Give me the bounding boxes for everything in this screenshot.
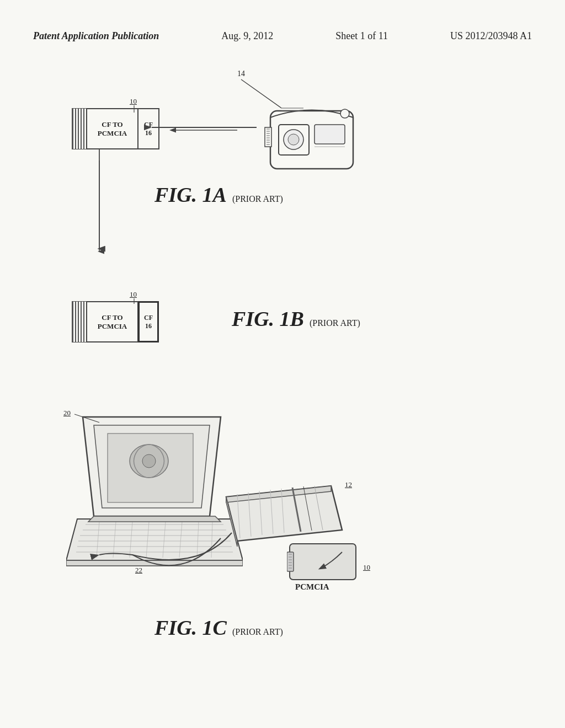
pcmcia-adapter-1b: CF TO PCMCIA CF 16 — [72, 301, 159, 342]
cf-slot-1b: CF 16 — [138, 301, 159, 342]
svg-rect-8 — [315, 125, 345, 144]
ref-10-1a: 10 — [130, 97, 137, 106]
arrow-reader-card-1c — [287, 541, 342, 574]
fig1a-section: 14 — [44, 64, 532, 274]
fig1b-label-group: FIG. 1B (PRIOR ART) — [232, 307, 360, 331]
arrow-cable-1c — [88, 500, 281, 599]
ref-22-1c: 22 — [135, 566, 142, 575]
svg-point-27 — [142, 454, 156, 468]
fig1a-label-group: FIG. 1A (PRIOR ART) — [154, 183, 283, 207]
publication-date: Aug. 9, 2012 — [221, 30, 273, 42]
adapter-text2-1b: PCMCIA — [98, 322, 127, 331]
fig1c-tag: (PRIOR ART) — [232, 627, 283, 637]
fig1c-label-group: FIG. 1C (PRIOR ART) — [154, 615, 283, 640]
camera-1a — [259, 92, 370, 174]
ref-12-1c: 12 — [345, 480, 352, 489]
arrow-cf-1a — [146, 119, 262, 136]
adapter-text1-1a: CF TO — [102, 120, 122, 129]
fig1c-section: 20 — [44, 400, 532, 654]
adapter-body-1a: CF TO PCMCIA — [86, 108, 138, 149]
fig1b-section: CF TO PCMCIA CF 16 10 FIG. 1B (PRIOR ART… — [44, 290, 532, 378]
page-header: Patent Application Publication Aug. 9, 2… — [0, 0, 565, 53]
publication-title: Patent Application Publication — [33, 30, 159, 42]
sheet-info: Sheet 1 of 11 — [335, 30, 388, 42]
adapter-body-1b: CF TO PCMCIA — [86, 301, 138, 342]
hatch-connector-1a — [72, 108, 86, 149]
ref-20-1c: 20 — [63, 409, 71, 417]
page: Patent Application Publication Aug. 9, 2… — [0, 0, 565, 728]
pcmcia-label-1c: PCMCIA — [295, 582, 329, 592]
adapter-text1-1b: CF TO — [102, 313, 122, 322]
patent-number: US 2012/203948 A1 — [450, 30, 532, 42]
fig1c-label: FIG. 1C — [154, 615, 227, 640]
ref-10-1c: 10 — [363, 563, 370, 572]
adapter-text2-1a: PCMCIA — [98, 129, 127, 138]
fig1a-label: FIG. 1A — [154, 183, 227, 207]
cf-text1-1b: CF — [144, 314, 153, 322]
diagonal-arrow-1a-1b — [77, 149, 160, 260]
cf-text2-1b: 16 — [145, 322, 152, 330]
hatch-connector-1b — [72, 301, 86, 342]
svg-rect-12 — [265, 127, 271, 147]
fig1b-tag: (PRIOR ART) — [310, 318, 360, 328]
svg-point-7 — [288, 134, 299, 145]
fig1a-tag: (PRIOR ART) — [232, 194, 283, 204]
content-area: 14 — [0, 53, 565, 676]
svg-point-9 — [340, 109, 349, 118]
fig1b-label: FIG. 1B — [232, 307, 304, 331]
ref-10-1b: 10 — [130, 290, 137, 299]
